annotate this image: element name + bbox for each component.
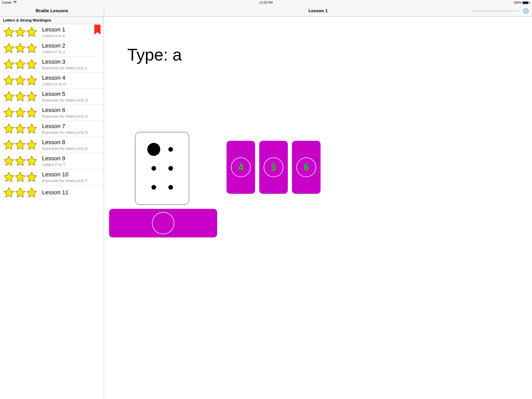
star-icon xyxy=(15,139,26,150)
lesson-subtitle: Letters A to E xyxy=(42,34,101,38)
rating-stars xyxy=(3,123,38,134)
rating-stars xyxy=(3,75,38,86)
star-icon xyxy=(15,172,26,183)
status-bar: Carrier 12:00 PM 100% xyxy=(0,0,532,5)
lesson-title: Lesson 4 xyxy=(42,75,101,81)
lesson-content: Type: a 4 5 6 xyxy=(104,17,532,399)
star-icon xyxy=(3,91,15,102)
lesson-title: Lesson 1 xyxy=(42,26,101,33)
lesson-row[interactable]: Lesson 10Exercises for letters A to T xyxy=(0,169,104,185)
star-icon xyxy=(26,91,37,102)
braille-dot-1 xyxy=(147,143,160,156)
lesson-subtitle: Exercises for letters A to O xyxy=(42,146,101,151)
battery-indicator: 100% xyxy=(514,1,530,4)
section-header: Letters & Strong Wordsigns xyxy=(0,17,104,24)
star-icon xyxy=(3,123,15,134)
bookmark-icon xyxy=(94,25,101,36)
content-nav: Lesson 1 xyxy=(104,5,532,16)
svg-point-1 xyxy=(525,10,526,11)
rating-stars xyxy=(3,172,38,183)
settings-button[interactable] xyxy=(522,7,529,15)
lesson-title: Lesson 2 xyxy=(42,42,101,49)
star-icon xyxy=(26,75,37,86)
lesson-list[interactable]: Letters & Strong Wordsigns Lesson 1Lette… xyxy=(0,17,104,399)
braille-dot-3 xyxy=(151,185,156,190)
star-icon xyxy=(3,75,15,86)
star-icon xyxy=(15,59,26,70)
braille-dot-4 xyxy=(168,147,173,152)
lesson-subtitle: Exercises for letters A to O xyxy=(42,130,101,135)
key-label: 4 xyxy=(238,162,243,173)
rating-stars xyxy=(3,139,38,150)
nav-bar: Braille Lessons Lesson 1 xyxy=(0,5,532,17)
braille-key-4[interactable]: 4 xyxy=(227,141,255,194)
lesson-subtitle: Letters K to O xyxy=(42,82,101,86)
star-icon xyxy=(15,27,26,38)
braille-dot-6 xyxy=(168,185,173,190)
lesson-title: Lesson 7 xyxy=(42,123,101,130)
wifi-icon xyxy=(13,1,17,4)
lesson-row[interactable]: Lesson 8Exercises for letters A to O xyxy=(0,137,104,153)
key-label: 6 xyxy=(304,162,309,173)
star-icon xyxy=(15,156,26,167)
braille-dot-5 xyxy=(168,166,173,171)
carrier-label: Carrier xyxy=(2,1,12,4)
rating-stars xyxy=(3,59,38,70)
star-icon xyxy=(26,59,37,70)
star-icon xyxy=(3,156,15,167)
star-icon xyxy=(26,139,37,150)
lesson-row[interactable]: Lesson 6Exercises for letters A to O xyxy=(0,105,104,121)
star-icon xyxy=(15,43,26,54)
star-icon xyxy=(26,43,37,54)
lesson-title: Lesson 8 xyxy=(42,139,101,146)
braille-key-6[interactable]: 6 xyxy=(292,141,321,194)
braille-key-5[interactable]: 5 xyxy=(259,141,288,194)
rating-stars xyxy=(3,156,38,167)
star-icon xyxy=(26,123,37,134)
gear-icon xyxy=(523,8,529,14)
lesson-row[interactable]: Lesson 9Letters P to T xyxy=(0,153,104,169)
rating-stars xyxy=(3,91,38,102)
braille-dot-2 xyxy=(151,166,156,171)
lesson-title: Lesson 11 xyxy=(42,189,101,196)
lesson-row[interactable]: Lesson 5Exercises for letters A to O xyxy=(0,89,104,104)
lesson-subtitle: Letters P to T xyxy=(42,162,101,167)
star-icon xyxy=(15,123,26,134)
sidebar-nav: Braille Lessons xyxy=(0,5,104,16)
battery-pct-label: 100% xyxy=(514,1,522,4)
star-icon xyxy=(3,43,15,54)
lesson-subtitle: Exercises for letters A to J xyxy=(42,66,101,70)
lesson-subtitle: Exercises for letters A to O xyxy=(42,114,101,118)
lesson-row[interactable]: Lesson 3Exercises for letters A to J xyxy=(0,56,104,72)
lesson-row[interactable]: Lesson 11 xyxy=(0,185,104,200)
lesson-title: Lesson 10 xyxy=(42,171,101,178)
star-icon xyxy=(3,27,15,38)
star-icon xyxy=(26,107,37,118)
star-icon xyxy=(15,107,26,118)
content-title: Lesson 1 xyxy=(309,8,328,14)
lesson-row[interactable]: Lesson 4Letters K to O xyxy=(0,72,104,88)
lesson-subtitle: Exercises for letters A to O xyxy=(42,98,101,102)
key-label: 5 xyxy=(271,162,276,173)
lesson-progress-bar xyxy=(472,10,519,11)
braille-space-key[interactable] xyxy=(109,209,217,237)
lesson-title: Lesson 5 xyxy=(42,91,101,97)
star-icon xyxy=(26,172,37,183)
prompt-text: Type: a xyxy=(127,45,182,64)
star-icon xyxy=(15,75,26,86)
rating-stars xyxy=(3,107,38,118)
clock-label: 12:00 PM xyxy=(259,1,272,4)
star-icon xyxy=(26,27,37,38)
lesson-title: Lesson 9 xyxy=(42,155,101,162)
star-icon xyxy=(15,91,26,102)
sidebar-title: Braille Lessons xyxy=(36,8,68,14)
star-icon xyxy=(3,187,15,198)
rating-stars xyxy=(3,27,38,38)
star-icon xyxy=(3,107,15,118)
lesson-row[interactable]: Lesson 1Letters A to E xyxy=(0,24,104,40)
braille-cell xyxy=(135,132,189,205)
lesson-subtitle: Letters F to J xyxy=(42,50,101,54)
star-icon xyxy=(3,59,15,70)
lesson-row[interactable]: Lesson 2Letters F to J xyxy=(0,40,104,56)
lesson-row[interactable]: Lesson 7Exercises for letters A to O xyxy=(0,121,104,137)
